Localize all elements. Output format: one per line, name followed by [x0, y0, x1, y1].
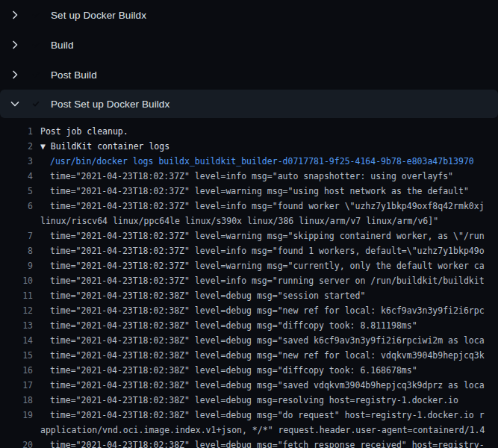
log-line: 1Post job cleanup.	[0, 124, 498, 139]
check-circle-icon	[30, 39, 42, 51]
section-title: Post Set up Docker Buildx	[51, 99, 169, 110]
log-line: 4time="2021-04-23T18:02:37Z" level=info …	[0, 169, 498, 184]
chevron-right-icon[interactable]	[9, 39, 21, 51]
section-header-post-build[interactable]: Post Build	[0, 60, 498, 90]
log-line: 11time="2021-04-23T18:02:38Z" level=debu…	[0, 288, 498, 303]
line-number[interactable]: 2	[0, 139, 33, 154]
line-number[interactable]: 4	[0, 169, 33, 184]
log-text: time="2021-04-23T18:02:38Z" level=debug …	[40, 363, 498, 378]
log-text: time="2021-04-23T18:02:37Z" level=info m…	[40, 273, 498, 288]
line-number[interactable]: 12	[0, 303, 33, 318]
line-number[interactable]: 14	[0, 333, 33, 348]
log-line: 12time="2021-04-23T18:02:38Z" level=debu…	[0, 303, 498, 318]
log-text: application/vnd.oci.image.index.v1+json,…	[40, 423, 498, 438]
log-line: 7time="2021-04-23T18:02:37Z" level=warni…	[0, 228, 498, 243]
log-text: time="2021-04-23T18:02:37Z" level=info m…	[40, 199, 498, 214]
log-line: 2▼ BuildKit container logs	[0, 139, 498, 154]
log-text: linux/riscv64 linux/ppc64le linux/s390x …	[40, 214, 498, 228]
log-text: time="2021-04-23T18:02:38Z" level=debug …	[40, 408, 498, 423]
log-text: time="2021-04-23T18:02:38Z" level=debug …	[40, 438, 498, 448]
line-number	[0, 423, 33, 438]
log-line: 17time="2021-04-23T18:02:38Z" level=debu…	[0, 378, 498, 393]
chevron-right-icon[interactable]	[9, 9, 21, 21]
log-text: time="2021-04-23T18:02:38Z" level=debug …	[40, 318, 498, 333]
section-title: Post Build	[51, 69, 97, 81]
line-number[interactable]: 6	[0, 199, 33, 214]
log-text: ▼ BuildKit container logs	[40, 139, 498, 154]
line-number[interactable]: 20	[0, 438, 33, 448]
log-text: time="2021-04-23T18:02:37Z" level=warnin…	[40, 228, 498, 243]
log-line: 9time="2021-04-23T18:02:37Z" level=warni…	[0, 258, 498, 273]
line-number[interactable]: 8	[0, 243, 33, 258]
line-number[interactable]: 11	[0, 288, 33, 303]
log-text: time="2021-04-23T18:02:38Z" level=debug …	[40, 333, 498, 348]
log-line-continuation: application/vnd.oci.image.index.v1+json,…	[0, 423, 498, 438]
group-title: BuildKit container logs	[46, 141, 169, 152]
log-line: 18time="2021-04-23T18:02:38Z" level=debu…	[0, 393, 498, 408]
log-text: time="2021-04-23T18:02:38Z" level=debug …	[40, 393, 498, 408]
log-viewer: 1Post job cleanup.2▼ BuildKit container …	[0, 118, 498, 448]
section-header-build[interactable]: Build	[0, 30, 498, 60]
check-circle-icon	[30, 69, 42, 81]
line-number[interactable]: 15	[0, 348, 33, 363]
log-text: time="2021-04-23T18:02:37Z" level=warnin…	[40, 258, 498, 273]
log-line: 6time="2021-04-23T18:02:37Z" level=info …	[0, 199, 498, 214]
line-number[interactable]: 3	[0, 154, 33, 169]
chevron-down-icon[interactable]	[9, 98, 21, 110]
line-number[interactable]: 7	[0, 228, 33, 243]
log-line: 10time="2021-04-23T18:02:37Z" level=info…	[0, 273, 498, 288]
line-number	[0, 214, 33, 228]
log-line: 20time="2021-04-23T18:02:38Z" level=debu…	[0, 438, 498, 448]
line-number[interactable]: 17	[0, 378, 33, 393]
log-line-continuation: linux/riscv64 linux/ppc64le linux/s390x …	[0, 214, 498, 228]
log-text: time="2021-04-23T18:02:38Z" level=debug …	[40, 348, 498, 363]
line-number[interactable]: 16	[0, 363, 33, 378]
log-line: 8time="2021-04-23T18:02:37Z" level=info …	[0, 243, 498, 258]
log-command-text: /usr/bin/docker logs buildx_buildkit_bui…	[40, 154, 498, 169]
chevron-right-icon[interactable]	[9, 69, 21, 81]
log-text: time="2021-04-23T18:02:38Z" level=debug …	[40, 303, 498, 318]
log-line: 13time="2021-04-23T18:02:38Z" level=debu…	[0, 318, 498, 333]
line-number[interactable]: 19	[0, 408, 33, 423]
section-header-post-set-up-docker-buildx[interactable]: Post Set up Docker Buildx	[0, 90, 498, 118]
check-circle-icon	[30, 9, 42, 21]
log-text: Post job cleanup.	[40, 124, 498, 139]
log-text: time="2021-04-23T18:02:37Z" level=warnin…	[40, 184, 498, 199]
log-line: 14time="2021-04-23T18:02:38Z" level=debu…	[0, 333, 498, 348]
group-collapse-triangle-icon[interactable]: ▼	[40, 141, 46, 152]
line-number[interactable]: 1	[0, 124, 33, 139]
line-number[interactable]: 10	[0, 273, 33, 288]
check-circle-icon	[30, 98, 42, 110]
line-number[interactable]: 18	[0, 393, 33, 408]
line-number[interactable]: 5	[0, 184, 33, 199]
log-line: 15time="2021-04-23T18:02:38Z" level=debu…	[0, 348, 498, 363]
log-line: 16time="2021-04-23T18:02:38Z" level=debu…	[0, 363, 498, 378]
log-line: 3/usr/bin/docker logs buildx_buildkit_bu…	[0, 154, 498, 169]
log-text: time="2021-04-23T18:02:37Z" level=info m…	[40, 169, 498, 184]
section-title: Build	[51, 40, 74, 51]
line-number[interactable]: 9	[0, 258, 33, 273]
log-line: 5time="2021-04-23T18:02:37Z" level=warni…	[0, 184, 498, 199]
step-section-list: Set up Docker BuildxBuildPost BuildPost …	[0, 0, 498, 118]
line-number[interactable]: 13	[0, 318, 33, 333]
section-title: Set up Docker Buildx	[51, 10, 146, 21]
section-header-set-up-docker-buildx[interactable]: Set up Docker Buildx	[0, 0, 498, 30]
log-text: time="2021-04-23T18:02:37Z" level=info m…	[40, 243, 498, 258]
log-line: 19time="2021-04-23T18:02:38Z" level=debu…	[0, 408, 498, 423]
log-text: time="2021-04-23T18:02:38Z" level=debug …	[40, 288, 498, 303]
log-text: time="2021-04-23T18:02:38Z" level=debug …	[40, 378, 498, 393]
